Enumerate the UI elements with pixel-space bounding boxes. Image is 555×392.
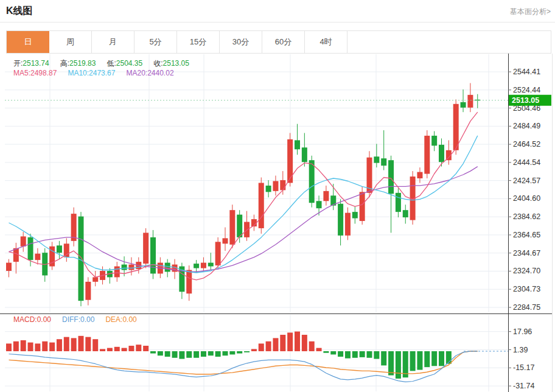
macd-bar	[128, 346, 134, 351]
macd-bar	[251, 349, 257, 351]
price-tick-label: 2524.44	[513, 86, 540, 94]
macd-bar	[367, 351, 372, 358]
price-tick-label: 2384.62	[513, 212, 540, 221]
candle-body	[302, 147, 307, 162]
macd-bar	[229, 351, 235, 354]
macd-bar	[273, 338, 278, 351]
macd-bar	[107, 348, 113, 351]
price-tick-label: 2284.75	[513, 303, 540, 312]
candle-body	[28, 237, 33, 260]
candle-body	[143, 233, 148, 264]
macd-bar	[374, 351, 379, 359]
candle-body	[64, 243, 69, 257]
macd-bar	[186, 351, 192, 358]
candle-body	[345, 213, 351, 236]
macd-bar	[85, 337, 91, 351]
ohlc-row-item: 低:2504.35	[106, 58, 142, 69]
macd-row-item: MACD:0.00	[13, 315, 51, 324]
macd-bar	[150, 351, 156, 354]
candle-body	[453, 104, 459, 150]
macd-bar	[223, 351, 228, 355]
macd-bar	[122, 348, 127, 351]
ohlc-row-item: 开:2513.74	[13, 58, 49, 69]
macd-bar	[431, 351, 437, 366]
candle-body	[150, 237, 156, 274]
macd-bar	[360, 351, 365, 357]
candle-body	[201, 263, 206, 268]
candle-body	[323, 191, 329, 201]
candle-body	[431, 136, 437, 145]
candle-body	[352, 212, 358, 218]
macd-bar	[71, 338, 77, 351]
macd-bar	[201, 351, 206, 357]
ohlc-row-item: 收:2513.05	[153, 58, 189, 69]
candle-body	[128, 265, 134, 270]
candle-body	[71, 214, 77, 241]
macd-bar	[208, 351, 214, 355]
macd-tick-label: -15.17	[513, 363, 534, 372]
candle-body	[266, 186, 271, 192]
macd-bar	[172, 351, 178, 358]
candle-body	[122, 265, 127, 270]
macd-bar	[330, 351, 336, 354]
candle-body	[194, 264, 199, 268]
candle-body	[186, 270, 192, 294]
macd-bar	[417, 351, 422, 370]
candle-body	[223, 238, 228, 243]
macd-bar	[388, 351, 394, 376]
ohlc-row: 开:2513.74高:2519.83低:2504.35收:2513.05	[13, 58, 200, 69]
ma-row-item: MA20:2440.02	[126, 69, 173, 77]
candle-body	[316, 201, 322, 208]
macd-bar	[309, 341, 315, 351]
price-tick-label: 2304.73	[513, 285, 540, 293]
price-tick-label: 2364.65	[513, 231, 540, 239]
macd-bar	[179, 351, 184, 359]
candle-body	[439, 145, 444, 162]
macd-bar	[280, 335, 285, 351]
candle-body	[114, 267, 120, 278]
macd-bar	[323, 351, 329, 353]
macd-bar	[295, 332, 300, 351]
price-tick-label: 2344.67	[513, 249, 540, 257]
candle-body	[85, 282, 91, 300]
macd-bar	[338, 351, 343, 357]
macd-row: MACD:0.00DIFF:0.00DEA:0.00	[13, 315, 148, 324]
macd-bar	[158, 351, 163, 355]
last-price-tag-label: 2513.05	[512, 96, 539, 105]
macd-bar	[439, 351, 444, 366]
candle-body	[388, 160, 394, 194]
macd-bar	[352, 351, 358, 358]
macd-bar	[42, 341, 47, 351]
macd-bar	[114, 347, 120, 351]
candle-body	[403, 210, 408, 217]
ohlc-row-item: 高:2519.83	[60, 58, 96, 69]
candle-body	[417, 172, 422, 178]
candle-body	[35, 254, 40, 260]
macd-bar	[244, 351, 250, 352]
macd-bar	[345, 351, 351, 359]
macd-tick-label: 1.39	[513, 346, 528, 354]
macd-bar	[21, 340, 26, 351]
macd-bar	[424, 351, 430, 367]
candle-body	[338, 204, 343, 236]
price-tick-label: 2464.52	[513, 140, 540, 149]
candle-body	[6, 263, 12, 271]
candle-body	[360, 192, 365, 221]
candle-body	[92, 277, 98, 281]
macd-bar	[92, 339, 98, 351]
candle-body	[215, 242, 221, 265]
macd-bar	[79, 336, 84, 351]
macd-bar	[165, 351, 170, 357]
macd-bar	[302, 335, 307, 351]
candle-body	[287, 139, 293, 183]
macd-bar	[410, 351, 416, 371]
candle-body	[273, 181, 278, 191]
macd-bar	[13, 341, 19, 351]
macd-tick-label: -31.74	[513, 382, 534, 390]
macd-bar	[237, 351, 242, 354]
macd-bar	[215, 351, 221, 357]
ma-row: MA5:2498.87MA10:2473.67MA20:2440.02	[13, 69, 185, 77]
candle-body	[229, 210, 235, 245]
candle-body	[396, 193, 401, 212]
macd-bar	[100, 349, 105, 351]
